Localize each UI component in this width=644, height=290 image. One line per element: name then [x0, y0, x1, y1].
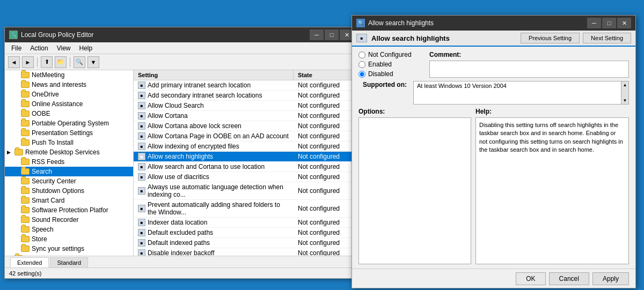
tree-item-online-assistance[interactable]: Online Assistance — [5, 99, 133, 109]
supported-scrollbar: ▲ ▼ — [621, 81, 628, 104]
tree-item-speech[interactable]: Speech — [5, 225, 133, 234]
tree-item-presentation[interactable]: Presentation Settings — [5, 128, 133, 138]
tree-item-onedrive[interactable]: OneDrive — [5, 90, 133, 99]
up-button[interactable]: ⬆ — [41, 56, 53, 68]
list-item-allow-search-highlights[interactable]: ■Allow search highlights Not configured — [134, 152, 358, 162]
radio-not-configured-input[interactable] — [358, 51, 365, 58]
radio-enabled-input[interactable] — [358, 61, 365, 68]
comment-textarea[interactable] — [429, 61, 629, 78]
tree-item-rss[interactable]: RSS Feeds — [5, 157, 133, 167]
apply-button[interactable]: Apply — [592, 272, 629, 285]
list-item[interactable]: ■Allow Cortana Not configured — [134, 111, 358, 121]
tree-item-news[interactable]: News and interests — [5, 80, 133, 90]
folder-icon-portable-os — [21, 120, 30, 127]
radio-disabled-input[interactable] — [358, 71, 365, 78]
previous-setting-button[interactable]: Previous Setting — [521, 33, 580, 43]
list-item[interactable]: ■Default excluded paths Not configured — [134, 228, 358, 238]
folder-icon-netmeeting — [21, 72, 30, 78]
tree-item-netmeeting[interactable]: NetMeeting — [5, 70, 133, 80]
setting-cell: ■Allow Cortana — [134, 111, 294, 121]
menu-file[interactable]: File — [7, 43, 26, 53]
filter-options-button[interactable]: ▼ — [87, 56, 99, 68]
dialog-minimize-button[interactable]: ─ — [587, 18, 601, 28]
forward-button[interactable]: ► — [22, 56, 34, 68]
back-button[interactable]: ◄ — [8, 56, 20, 68]
filter-button[interactable]: 🔍 — [74, 56, 85, 68]
state-cell: Not configured — [294, 111, 358, 121]
dialog-close-button[interactable]: ✕ — [617, 18, 631, 28]
cancel-button[interactable]: Cancel — [549, 272, 589, 285]
menu-help[interactable]: Help — [75, 43, 97, 53]
tab-standard[interactable]: Standard — [50, 257, 88, 267]
setting-icon: ■ — [138, 229, 145, 236]
setting-cell: ■Indexer data location — [134, 218, 294, 227]
radio-disabled[interactable]: Disabled — [358, 70, 423, 78]
browse-button[interactable]: 📁 — [55, 56, 67, 68]
state-cell: Not configured — [294, 101, 358, 110]
tree-item-sync[interactable]: Sync your settings — [5, 244, 133, 254]
next-setting-button[interactable]: Next Setting — [583, 33, 631, 43]
setting-icon: ■ — [138, 163, 145, 170]
list-item[interactable]: ■Allow Cortana Page in OOBE on an AAD ac… — [134, 131, 358, 142]
ok-button[interactable]: OK — [516, 272, 545, 285]
tab-extended[interactable]: Extended — [10, 257, 49, 268]
folder-icon-onedrive — [21, 91, 30, 98]
list-item[interactable]: ■Indexer data location Not configured — [134, 218, 358, 228]
folder-icon-sound-recorder — [21, 217, 30, 223]
setting-icon: ■ — [138, 205, 145, 212]
tree-item-remote-desktop[interactable]: ▶ Remote Desktop Services — [5, 147, 133, 157]
folder-icon-software-protection — [21, 207, 30, 213]
tree-item-push-install[interactable]: Push To Install — [5, 138, 133, 147]
tree-item-store[interactable]: Store — [5, 234, 133, 244]
dialog-title-bar: 🔍 Allow search highlights ─ □ ✕ — [352, 16, 635, 31]
dialog-header-icon: ■ — [356, 34, 367, 42]
tree-item-search[interactable]: Search — [5, 167, 133, 176]
status-text: 42 setting(s) — [9, 270, 42, 277]
dialog-header-bar: ■ Allow search highlights Previous Setti… — [352, 31, 635, 47]
dialog-window: 🔍 Allow search highlights ─ □ ✕ ■ Allow … — [352, 15, 636, 288]
radio-enabled[interactable]: Enabled — [358, 61, 423, 68]
list-item[interactable]: ■Default indexed paths Not configured — [134, 238, 358, 248]
folder-icon-security — [21, 178, 30, 184]
state-cell: Not configured — [294, 248, 358, 256]
folder-icon-oobe — [21, 110, 30, 117]
setting-cell: ■Allow search and Cortana to use locatio… — [134, 162, 294, 172]
list-item[interactable]: ■Disable indexer backoff Not configured — [134, 248, 358, 256]
restore-button[interactable]: □ — [325, 29, 339, 40]
tree-item-sound-recorder[interactable]: Sound Recorder — [5, 215, 133, 225]
list-item[interactable]: ■Add secondary intranet search locations… — [134, 91, 358, 101]
list-item[interactable]: ■Always use automatic language detection… — [134, 182, 358, 200]
tree-label-sync: Sync your settings — [32, 245, 84, 252]
menu-action[interactable]: Action — [26, 43, 52, 53]
minimize-button[interactable]: ─ — [310, 29, 324, 40]
dialog-restore-button[interactable]: □ — [602, 18, 616, 28]
scroll-down-arrow: ▼ — [622, 97, 628, 104]
tree-item-smartcard[interactable]: Smart Card — [5, 196, 133, 205]
options-help-row: Options: Help: Disabling this setting tu… — [358, 108, 629, 264]
list-item[interactable]: ■Add primary intranet search location No… — [134, 80, 358, 91]
tree-item-security[interactable]: Security Center — [5, 176, 133, 186]
tree-item-portable-os[interactable]: Portable Operating System — [5, 118, 133, 128]
list-item[interactable]: ■Allow indexing of encrypted files Not c… — [134, 142, 358, 152]
toolbar-separator-2 — [70, 57, 70, 67]
state-cell: Not configured — [294, 172, 358, 182]
column-header-setting: Setting — [134, 70, 294, 80]
state-cell: Not configured — [294, 91, 358, 100]
menu-view[interactable]: View — [53, 43, 75, 53]
tree-item-software-protection[interactable]: Software Protection Platfor — [5, 205, 133, 215]
help-text-box: Disabling this setting turns off search … — [475, 117, 629, 264]
tree-item-shutdown[interactable]: Shutdown Options — [5, 186, 133, 196]
setting-icon: ■ — [138, 102, 145, 109]
tree-item-oobe[interactable]: OOBE — [5, 109, 133, 118]
setting-cell: ■Add secondary intranet search locations — [134, 91, 294, 100]
list-item[interactable]: ■Allow search and Cortana to use locatio… — [134, 162, 358, 172]
content-area: NetMeeting News and interests OneDrive O… — [5, 70, 358, 256]
list-item[interactable]: ■Allow use of diacritics Not configured — [134, 172, 358, 182]
options-box — [358, 117, 471, 264]
list-item[interactable]: ■Allow Cortana above lock screen Not con… — [134, 121, 358, 131]
list-item[interactable]: ■Prevent automatically adding shared fol… — [134, 200, 358, 218]
radio-not-configured[interactable]: Not Configured — [358, 51, 423, 58]
list-item[interactable]: ■Allow Cloud Search Not configured — [134, 101, 358, 111]
options-panel: Options: — [358, 108, 471, 264]
main-title-bar: 🔧 Local Group Policy Editor ─ □ ✕ — [5, 27, 358, 42]
